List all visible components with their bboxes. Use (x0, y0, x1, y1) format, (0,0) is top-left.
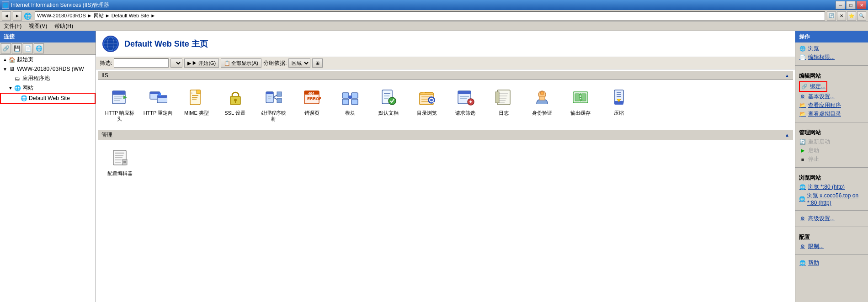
action-browse-x[interactable]: 🌐 浏览 x.coco56.top on *:80 (http) (799, 191, 864, 207)
icon-mime-types[interactable]: ♪ MIME 类型 (178, 84, 215, 125)
icon-dir-browsing[interactable]: 目录浏览 (409, 84, 445, 125)
svg-rect-26 (266, 92, 273, 94)
svg-text:ERROR: ERROR (307, 96, 321, 101)
config-title: 配置 (799, 233, 864, 241)
action-group-browse-site: 浏览网站 🌐 浏览 *:80 (http) 🌐 浏览 x.coco56.top … (795, 170, 868, 208)
bind-icon: 🔗 (801, 83, 808, 90)
svg-point-39 (348, 95, 352, 99)
icon-label-compress: 压缩 (614, 110, 624, 116)
icon-default-doc[interactable]: 默认文档 (370, 84, 407, 125)
action-browse-80[interactable]: 🌐 浏览 *:80 (http) (799, 183, 864, 191)
filter-dropdown[interactable] (170, 58, 182, 68)
action-view-apps[interactable]: 📂 查看应用程序 (799, 101, 864, 110)
icon-label-request-filter: 请求筛选 (455, 110, 475, 116)
menu-help[interactable]: 帮助(H) (53, 21, 75, 31)
right-panel: 操作 🌐 浏览 📄 编辑权限... 编辑网站 🔗 绑定... ⚙ (795, 31, 868, 302)
icon-label-default-doc: 默认文档 (378, 110, 399, 116)
main-container: 连接 🔗 💾 📄 🌐 ▲ 🏠 起始页 ▼ 🖥 WWW-20180703RDS (… (0, 31, 868, 302)
iis-collapse-arrow[interactable]: ▲ (785, 73, 789, 78)
help-icon: 🌐 (799, 260, 806, 267)
svg-rect-68 (539, 96, 545, 100)
website-tree-icon: 🌐 (20, 95, 27, 102)
title-bar-text: Internet Information Services (IIS)管理器 (11, 1, 109, 9)
address-input[interactable]: WWW-20180703RDS ► 网站 ► Default Web Site … (35, 11, 825, 21)
manage-site-title: 管理网站 (799, 129, 864, 137)
search-icon[interactable]: 🔍 (857, 11, 866, 21)
sidebar-btn-1[interactable]: 🔗 (1, 43, 11, 53)
action-start[interactable]: ▶ 启动 (799, 146, 864, 155)
filter-input[interactable] (114, 58, 169, 68)
action-limit[interactable]: ⚙ 限制... (799, 242, 864, 251)
group-dropdown[interactable]: 区域 (288, 58, 310, 68)
icon-auth[interactable]: 身份验证 (524, 84, 560, 125)
action-view-vdir[interactable]: 📂 查看虚拟目录 (799, 110, 864, 118)
menu-file[interactable]: 文件(F) (2, 21, 23, 31)
forward-button[interactable]: ► (13, 11, 22, 21)
refresh-icon[interactable]: 🔄 (827, 11, 836, 21)
icon-logging[interactable]: 日志 (485, 84, 522, 125)
action-advanced[interactable]: ⚙ 高级设置... (799, 214, 864, 223)
manage-section-label: 管理 ▲ (98, 130, 793, 140)
group-label: 分组依据: (263, 59, 287, 67)
sidebar-btn-3[interactable]: 📄 (23, 43, 33, 53)
action-browse[interactable]: 🌐 浏览 (799, 44, 864, 53)
action-bind-highlighted[interactable]: 🔗 绑定... (799, 81, 827, 92)
maximize-button[interactable]: □ (846, 1, 856, 9)
sidebar-btn-4[interactable]: 🌐 (34, 43, 44, 53)
menu-view[interactable]: 视图(V) (27, 21, 49, 31)
icon-compress[interactable]: 压缩 (601, 84, 637, 125)
websites-tree-icon: 🌐 (14, 85, 21, 92)
tree-item-startpage[interactable]: ▲ 🏠 起始页 (0, 55, 96, 64)
tree-item-websites[interactable]: ▼ 🌐 网站 (0, 83, 96, 93)
sidebar-btn-2[interactable]: 💾 (12, 43, 22, 53)
icon-ssl-settings[interactable]: SSL 设置 (217, 84, 253, 125)
filter-label: 筛选: (100, 59, 112, 67)
icon-http-redirect[interactable]: HTTP 重定向 (140, 84, 176, 125)
tree-item-defaultwebsite[interactable]: 🌐 Default Web Site (0, 93, 96, 104)
icon-http-response[interactable]: HTTP 响应标头 (101, 84, 138, 125)
tree: ▲ 🏠 起始页 ▼ 🖥 WWW-20180703RDS (WW 🗂 应用程序池 … (0, 55, 96, 104)
icon-error-pages[interactable]: 404 ERROR 错误页 (293, 84, 330, 125)
window-controls: ─ □ ✕ (836, 1, 866, 9)
icon-request-filter[interactable]: 请求筛选 (447, 84, 484, 125)
apppool-tree-icon: 🗂 (14, 75, 21, 82)
tree-item-server[interactable]: ▼ 🖥 WWW-20180703RDS (WW (0, 64, 96, 74)
icon-label-error: 错误页 (304, 110, 320, 116)
address-icons: 🔄 ✕ ⭐ 🔍 (827, 11, 866, 21)
icon-label-handler: 处理程序映射 (261, 110, 286, 122)
action-restart[interactable]: 🔄 重新启动 (799, 138, 864, 146)
browse-80-icon: 🌐 (799, 184, 806, 191)
home-icon[interactable]: ⭐ (847, 11, 856, 21)
icon-config-editor[interactable]: 配置编辑器 (101, 144, 138, 179)
icon-label-http-redirect: HTTP 重定向 (144, 110, 173, 116)
action-basic-settings[interactable]: ⚙ 基本设置... (799, 92, 864, 101)
icon-handler-mappings[interactable]: 处理程序映射 (255, 84, 292, 125)
action-stop[interactable]: ■ 停止 (799, 155, 864, 164)
tree-item-apppools[interactable]: 🗂 应用程序池 (0, 74, 96, 83)
back-button[interactable]: ◄ (2, 11, 11, 21)
action-edit-perms[interactable]: 📄 编辑权限... (799, 53, 864, 62)
stop-icon[interactable]: ✕ (837, 11, 846, 21)
title-bar: 🌐 Internet Information Services (IIS)管理器… (0, 0, 868, 10)
icon-output-cache[interactable]: 输出缓存 (562, 84, 599, 125)
show-all-button[interactable]: 📋 全部显示(A) (221, 58, 261, 68)
icon-label-logging: 日志 (499, 110, 509, 116)
close-button[interactable]: ✕ (857, 1, 866, 9)
icon-modules[interactable]: 模块 (332, 84, 368, 125)
action-group-advanced: ⚙ 高级设置... (795, 212, 868, 225)
server-tree-icon: 🖥 (8, 65, 16, 73)
edit-perms-icon: 📄 (799, 54, 806, 61)
view-toggle-button[interactable]: ⊞ (312, 58, 323, 68)
svg-rect-13 (150, 92, 160, 94)
browse-site-title: 浏览网站 (799, 174, 864, 182)
filter-bar: 筛选: ▶▶ 开始(G) 📋 全部显示(A) 分组依据: 区域 ⊞ (96, 57, 795, 69)
start-filter-button[interactable]: ▶▶ 开始(G) (184, 58, 219, 68)
manage-collapse-arrow[interactable]: ▲ (785, 132, 789, 138)
menu-bar: 文件(F) 视图(V) 帮助(H) (0, 22, 868, 31)
sidebar-header: 连接 (0, 31, 96, 42)
start-icon: ▶ (799, 147, 806, 154)
minimize-button[interactable]: ─ (836, 1, 845, 9)
action-help[interactable]: 🌐 帮助 (799, 259, 864, 267)
svg-point-67 (540, 91, 544, 95)
svg-rect-29 (277, 92, 282, 96)
